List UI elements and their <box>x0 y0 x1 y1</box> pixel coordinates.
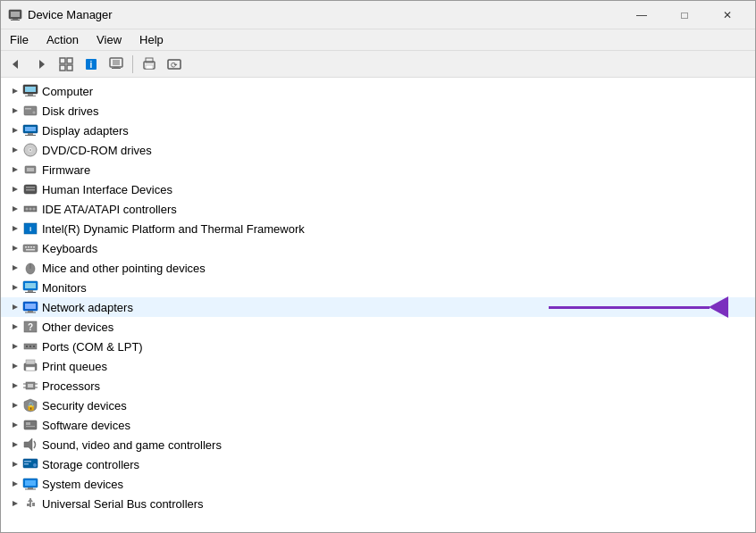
expand-arrow-security[interactable] <box>8 398 22 412</box>
item-icon-hid <box>22 182 38 196</box>
item-icon-computer <box>22 84 38 98</box>
tree-item-other[interactable]: ? Other devices <box>1 317 755 337</box>
item-label-firmware: Firmware <box>42 163 90 177</box>
expand-arrow-sound[interactable] <box>8 437 22 452</box>
item-icon-intel: i <box>22 221 38 236</box>
svg-rect-25 <box>25 96 36 96</box>
toolbar-properties[interactable]: i <box>80 54 103 75</box>
expand-arrow-software[interactable] <box>8 418 22 432</box>
tree-item-security[interactable]: 🔒 Security devices <box>1 396 755 415</box>
svg-rect-58 <box>30 246 32 248</box>
tree-item-network[interactable]: Network adapters <box>1 297 755 317</box>
tree-item-hid[interactable]: Human Interface Devices <box>1 179 755 199</box>
svg-rect-29 <box>25 108 31 110</box>
item-icon-monitors <box>22 280 38 295</box>
toolbar-print[interactable] <box>138 54 161 75</box>
svg-rect-33 <box>28 133 33 135</box>
window-controls: — □ ✕ <box>621 1 748 29</box>
toolbar-tree[interactable] <box>55 54 78 75</box>
svg-marker-35 <box>13 147 18 153</box>
item-icon-ide <box>22 202 38 216</box>
device-tree[interactable]: Computer Disk drives Display adapters DV… <box>1 78 755 532</box>
expand-arrow-intel[interactable] <box>8 221 22 236</box>
tree-item-ports[interactable]: Ports (COM & LPT) <box>1 337 755 356</box>
svg-point-38 <box>29 149 31 151</box>
tree-item-print[interactable]: Print queues <box>1 356 755 376</box>
svg-point-48 <box>26 208 29 211</box>
toolbar-back[interactable] <box>4 54 28 75</box>
expand-arrow-monitors[interactable] <box>8 280 22 295</box>
menu-view[interactable]: View <box>88 29 130 50</box>
expand-arrow-usb[interactable] <box>8 496 22 511</box>
expand-arrow-network[interactable] <box>8 300 22 314</box>
tree-item-usb[interactable]: Universal Serial Bus controllers <box>1 494 755 513</box>
close-button[interactable]: ✕ <box>707 1 748 29</box>
tree-item-dvd[interactable]: DVD/CD-ROM drives <box>1 140 755 160</box>
tree-item-keyboards[interactable]: Keyboards <box>1 238 755 258</box>
tree-item-display-adapters[interactable]: Display adapters <box>1 121 755 140</box>
toolbar-scan[interactable]: ⟳ <box>163 54 186 75</box>
svg-rect-68 <box>25 292 36 293</box>
item-icon-other: ? <box>22 320 38 334</box>
tree-item-mice[interactable]: Mice and other pointing devices <box>1 258 755 278</box>
expand-arrow-keyboards[interactable] <box>8 241 22 255</box>
tree-item-monitors[interactable]: Monitors <box>1 278 755 297</box>
svg-rect-84 <box>26 360 35 364</box>
expand-arrow-ide[interactable] <box>8 202 22 216</box>
tree-item-processors[interactable]: Processors <box>1 376 755 396</box>
expand-arrow-system[interactable] <box>8 477 22 491</box>
svg-marker-42 <box>13 187 18 192</box>
item-icon-print <box>22 359 38 373</box>
svg-point-50 <box>33 208 36 211</box>
tree-item-storage[interactable]: Storage controllers <box>1 454 755 474</box>
item-icon-mice <box>22 261 38 275</box>
svg-rect-71 <box>25 304 36 309</box>
svg-rect-98 <box>26 426 35 427</box>
tree-item-firmware[interactable]: Firmware <box>1 160 755 179</box>
svg-rect-60 <box>26 249 35 251</box>
expand-arrow-processors[interactable] <box>8 379 22 393</box>
minimize-button[interactable]: — <box>621 1 662 29</box>
item-label-print: Print queues <box>42 360 107 373</box>
svg-rect-7 <box>67 58 72 63</box>
svg-rect-88 <box>28 384 33 387</box>
expand-arrow-disk-drives[interactable] <box>8 104 22 118</box>
toolbar-update[interactable] <box>105 54 128 75</box>
svg-marker-51 <box>13 226 18 231</box>
tree-item-ide[interactable]: IDE ATA/ATAPI controllers <box>1 199 755 219</box>
expand-arrow-display-adapters[interactable] <box>8 123 22 137</box>
menu-file[interactable]: File <box>1 29 38 50</box>
expand-arrow-hid[interactable] <box>8 182 22 196</box>
svg-marker-93 <box>13 403 18 408</box>
svg-marker-5 <box>39 60 45 69</box>
svg-rect-18 <box>146 65 153 69</box>
expand-arrow-print[interactable] <box>8 359 22 373</box>
svg-marker-95 <box>13 422 18 428</box>
svg-text:i: i <box>29 225 31 233</box>
svg-rect-110 <box>25 489 36 490</box>
svg-marker-100 <box>24 438 32 451</box>
arrow-line <box>549 306 710 309</box>
tree-item-intel[interactable]: i Intel(R) Dynamic Platform and Thermal … <box>1 219 755 238</box>
expand-arrow-storage[interactable] <box>8 457 22 471</box>
tree-item-system[interactable]: System devices <box>1 474 755 494</box>
tree-item-disk-drives[interactable]: Disk drives <box>1 101 755 121</box>
expand-arrow-mice[interactable] <box>8 261 22 275</box>
tree-item-sound[interactable]: Sound, video and game controllers <box>1 435 755 454</box>
expand-arrow-other[interactable] <box>8 320 22 334</box>
svg-rect-79 <box>26 346 28 347</box>
menu-help[interactable]: Help <box>130 29 172 50</box>
toolbar-forward[interactable] <box>29 54 53 75</box>
maximize-button[interactable]: □ <box>664 1 705 29</box>
item-label-dvd: DVD/CD-ROM drives <box>42 144 152 157</box>
tree-item-software[interactable]: Software devices <box>1 415 755 435</box>
item-icon-security: 🔒 <box>22 398 38 412</box>
expand-arrow-firmware[interactable] <box>8 162 22 177</box>
svg-rect-45 <box>26 189 35 191</box>
expand-arrow-ports[interactable] <box>8 339 22 354</box>
menu-action[interactable]: Action <box>38 29 88 50</box>
svg-text:🔒: 🔒 <box>26 401 37 412</box>
tree-item-computer[interactable]: Computer <box>1 81 755 101</box>
expand-arrow-dvd[interactable] <box>8 143 22 157</box>
expand-arrow-computer[interactable] <box>8 84 22 98</box>
